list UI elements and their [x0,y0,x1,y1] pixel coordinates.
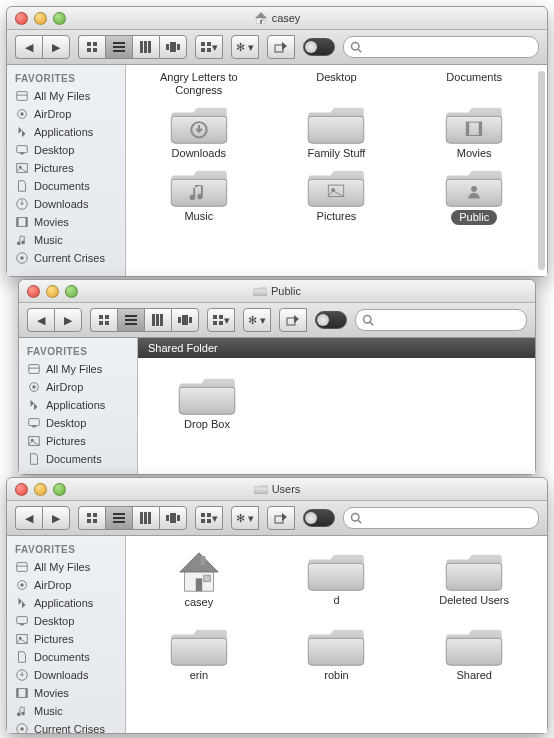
coverflow-view-button[interactable] [159,35,187,59]
icon-view-button[interactable] [78,35,105,59]
svg-rect-41 [466,122,469,135]
sidebar-item[interactable]: Pictures [7,630,125,648]
arrange-button[interactable]: ▾ [195,506,223,530]
zoom-button[interactable] [53,12,66,25]
coverflow-view-button[interactable] [159,506,187,530]
folder-item[interactable]: Pictures [270,164,404,225]
minimize-button[interactable] [34,12,47,25]
sidebar-item[interactable]: Downloads [7,666,125,684]
share-button[interactable] [267,35,295,59]
sidebar-item[interactable]: Desktop [19,414,137,432]
sidebar-item[interactable]: Applications [7,594,125,612]
folder-item[interactable]: erin [132,623,266,682]
search-field[interactable] [343,507,539,529]
search-field[interactable] [355,309,527,331]
folder-icon [178,372,236,418]
folder-item[interactable]: Downloads [132,101,266,160]
svg-point-45 [471,186,477,192]
sidebar-item[interactable]: Documents [7,648,125,666]
folder-item[interactable]: Desktop [270,71,404,97]
folder-item[interactable]: Family Stuff [270,101,404,160]
sidebar-item[interactable]: Music [7,702,125,720]
toolbar-toggle[interactable] [303,38,335,56]
action-button[interactable]: ✻ ▾ [231,35,259,59]
zoom-button[interactable] [53,483,66,496]
icon-view-button[interactable] [78,506,105,530]
arrange-button[interactable]: ▾ [195,35,223,59]
folder-label: Deleted Users [439,594,509,607]
sidebar-item[interactable]: Music [7,231,125,249]
svg-rect-74 [87,519,91,523]
sidebar-item[interactable]: Applications [19,396,137,414]
folder-item[interactable]: Music [132,164,266,225]
folder-item[interactable]: Drop Box [162,372,252,431]
sidebar-item[interactable]: Documents [7,177,125,195]
svg-rect-62 [219,321,223,325]
forward-button[interactable]: ▶ [42,506,70,530]
sidebar-item[interactable]: All My Files [7,558,125,576]
coverflow-view-button[interactable] [171,308,199,332]
folder-item[interactable]: Deleted Users [407,548,541,609]
toolbar-toggle[interactable] [315,311,347,329]
sidebar-icon [27,380,41,394]
folder-item[interactable]: casey [132,548,266,609]
share-menu [267,35,295,59]
sidebar-item[interactable]: All My Files [7,87,125,105]
sidebar-item[interactable]: Desktop [7,612,125,630]
close-button[interactable] [15,12,28,25]
minimize-button[interactable] [46,285,59,298]
sidebar-icon [15,215,29,229]
sidebar-icon [15,161,29,175]
sidebar-item[interactable]: Movies [7,213,125,231]
folder-item[interactable]: Public [407,164,541,225]
back-button[interactable]: ◀ [15,35,42,59]
sidebar-item[interactable]: Downloads [7,195,125,213]
back-button[interactable]: ◀ [15,506,42,530]
svg-rect-95 [20,624,24,626]
share-button[interactable] [267,506,295,530]
list-view-button[interactable] [117,308,144,332]
column-view-button[interactable] [132,35,159,59]
sidebar-item[interactable]: Documents [19,450,137,468]
svg-rect-42 [479,122,482,135]
folder-item[interactable]: Movies [407,101,541,160]
folder-item[interactable]: Shared [407,623,541,682]
icon-view-button[interactable] [90,308,117,332]
sidebar-item[interactable]: Desktop [7,141,125,159]
folder-item[interactable]: Documents [407,71,541,97]
search-field[interactable] [343,36,539,58]
folder-item[interactable]: d [270,548,404,609]
forward-button[interactable]: ▶ [42,35,70,59]
list-view-button[interactable] [105,35,132,59]
sidebar-item[interactable]: All My Files [19,360,137,378]
sidebar-item[interactable]: Movies [7,684,125,702]
action-button[interactable]: ✻ ▾ [243,308,271,332]
folder-item[interactable]: Angry Letters to Congress [132,71,266,97]
back-button[interactable]: ◀ [27,308,54,332]
sidebar-item[interactable]: Current Crises [7,720,125,733]
list-view-button[interactable] [105,506,132,530]
sidebar-item[interactable]: AirDrop [7,105,125,123]
column-view-button[interactable] [144,308,171,332]
sidebar-item[interactable]: Pictures [19,432,137,450]
toolbar-toggle[interactable] [303,509,335,527]
sidebar-item[interactable]: Current Crises [7,249,125,267]
folder-item[interactable]: robin [270,623,404,682]
sidebar-item[interactable]: AirDrop [7,576,125,594]
close-button[interactable] [15,483,28,496]
action-button[interactable]: ✻ ▾ [231,506,259,530]
scrollbar[interactable] [538,71,545,270]
share-button[interactable] [279,308,307,332]
folder-icon [445,101,503,147]
window-title: Users [254,483,301,495]
arrange-button[interactable]: ▾ [207,308,235,332]
forward-button[interactable]: ▶ [54,308,82,332]
zoom-button[interactable] [65,285,78,298]
sidebar-item[interactable]: Applications [7,123,125,141]
sidebar-item[interactable]: Pictures [7,159,125,177]
close-button[interactable] [27,285,40,298]
column-view-button[interactable] [132,506,159,530]
svg-rect-8 [93,42,97,46]
minimize-button[interactable] [34,483,47,496]
sidebar-item[interactable]: AirDrop [19,378,137,396]
